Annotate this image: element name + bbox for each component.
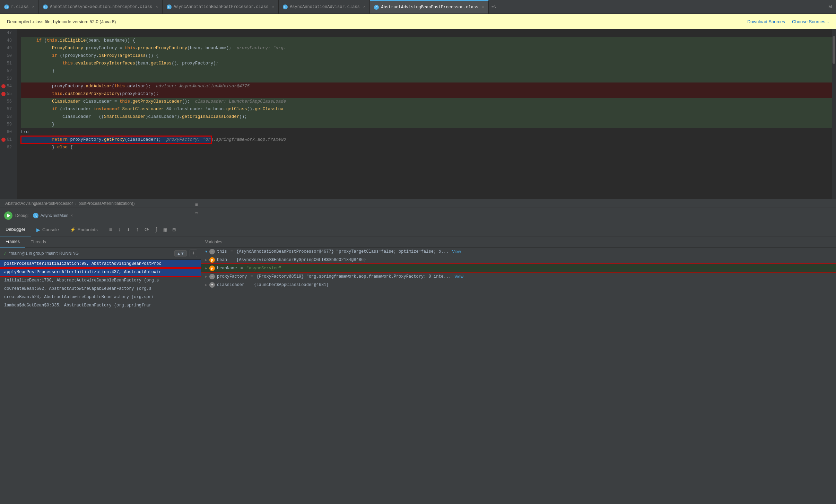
choose-sources-link[interactable]: Choose Sources... (792, 19, 829, 24)
step-over-btn[interactable]: ≡ (106, 225, 115, 234)
breadcrumb-class: AbstractAdvisingBeanPostProcessor (5, 201, 73, 206)
variable-beanname: ▶ p beanName = "asyncService" (201, 264, 836, 272)
tab-overflow[interactable]: ≡6 (489, 5, 499, 9)
gutter-57: 57 (0, 105, 15, 113)
debugger-toolbar: Debugger ▶ Console ⚡ Endpoints ≡ ↓ ⬇ ↑ ⟳… (0, 223, 836, 236)
var-expand-proxy[interactable]: ▶ (205, 275, 207, 279)
frame-item-2[interactable]: initializeBean:1790, AbstractAutowireCap… (0, 276, 201, 285)
tab-icon: C (374, 5, 379, 10)
view-proxy-link[interactable]: View (454, 274, 463, 279)
var-badge-classloader: = (209, 282, 215, 288)
editor-scrollbar[interactable] (832, 29, 836, 199)
gutter-59: 59 (0, 121, 15, 128)
tab-close[interactable]: × (482, 5, 484, 9)
frame-item-3[interactable]: doCreateBean:602, AbstractAutowireCapabl… (0, 285, 201, 293)
tab-async-bean[interactable]: C AsyncAnnotationBeanPostProcessor.class… (163, 0, 279, 14)
tab-icon: C (4, 5, 9, 9)
debug-session: A AsyncTestMain × (33, 213, 73, 218)
gutter-48: 48 (0, 37, 15, 44)
code-line-50: if (!proxyFactory.isProxyTargetClass()) … (21, 52, 836, 60)
frames-panel: Frames Threads ✓ "main"@1 in group "main… (0, 236, 201, 504)
code-line-51: this.evaluateProxyInterfaces(bean.getCla… (21, 60, 836, 67)
gutter-56: 56 (0, 98, 15, 105)
tab-close[interactable]: × (363, 5, 366, 9)
tab-label: AbstractAdvisingBeanPostProcessor.class (381, 5, 478, 10)
code-line-48: if (this.isEligible(bean, beanName)) { (21, 37, 836, 44)
variable-bean: ▶ p bean = {AsyncService$$EnhancerBySpri… (201, 256, 836, 264)
session-icon: A (33, 213, 38, 218)
code-line-54: proxyFactory.addAdvisor(this.advisor); a… (21, 82, 836, 90)
code-line-53 (21, 75, 836, 82)
var-expand-this[interactable]: ▼ (205, 250, 207, 254)
editor-area: 47 48 49 50 51 52 53 54 55 56 57 58 59 6… (0, 29, 836, 199)
breadcrumb-separator: › (75, 201, 76, 206)
frame-item-5[interactable]: lambda$doGetBean$0:335, AbstractBeanFact… (0, 301, 201, 310)
frame-item-1[interactable]: applyBeanPostProcessorsAfterInitializati… (0, 268, 201, 276)
code-line-55: this.customizeProxyFactory(proxyFactory)… (21, 90, 836, 98)
tab-annotation-async[interactable]: C AnnotationAsyncExecutionInterceptor.cl… (39, 0, 163, 14)
gutter-51: 51 (0, 60, 15, 67)
tab-async-advisor[interactable]: C AsyncAnnotationAdvisor.class × (279, 0, 370, 14)
tab-close[interactable]: × (32, 5, 34, 9)
breadcrumb-method: postProcessAfterInitialization() (78, 201, 134, 206)
var-expand-classloader[interactable]: ▶ (205, 283, 207, 287)
code-line-58: classLoader = ((SmartClassLoader)classLo… (21, 113, 836, 121)
restore-layout-btn[interactable]: ⊞ (169, 225, 178, 235)
frame-item-0[interactable]: postProcessAfterInitialization:99, Abstr… (0, 260, 201, 268)
var-expand-beanname[interactable]: ▶ (205, 266, 207, 270)
tab-label: r.class (11, 5, 28, 9)
frames-list: postProcessAfterInitialization:99, Abstr… (0, 260, 201, 310)
tab-icon: C (167, 5, 172, 9)
gutter-49: 49 (0, 44, 15, 52)
var-badge-bean: p (209, 257, 215, 263)
endpoints-tab[interactable]: ⚡ Endpoints (64, 223, 103, 236)
thread-status-icon: ✓ (3, 251, 6, 257)
code-line-56: ClassLoader classLoader = this.getProxyC… (21, 98, 836, 105)
line-numbers: 47 48 49 50 51 52 53 54 55 56 57 58 59 6… (0, 29, 17, 199)
variable-classloader: ▶ = classLoader = {Launcher$AppClassLoad… (201, 281, 836, 289)
notice-links: Download Sources Choose Sources... (747, 19, 829, 24)
notice-text: Decompiled .class file, bytecode version… (7, 19, 116, 24)
step-out-btn[interactable]: ↑ (133, 225, 142, 234)
tab-close[interactable]: × (272, 5, 275, 9)
tab-label: AsyncAnnotationBeanPostProcessor.class (174, 5, 269, 9)
frames-tab[interactable]: Frames (0, 236, 25, 247)
gutter-58: 58 (0, 113, 15, 121)
gutter-62: 62 (0, 144, 15, 151)
thread-dropdown[interactable]: ▲▼ (174, 250, 187, 257)
var-badge-this: = (209, 249, 215, 254)
threads-tab[interactable]: Threads (25, 236, 52, 247)
session-close-button[interactable]: × (70, 213, 73, 218)
step-down-btn[interactable]: ↓ (115, 225, 124, 234)
tab-menu-button[interactable]: M (824, 5, 836, 9)
add-frames-button[interactable]: + (190, 250, 197, 257)
download-sources-link[interactable]: Download Sources (747, 19, 785, 24)
view-this-link[interactable]: View (452, 249, 461, 254)
tab-label: AsyncAnnotationAdvisor.class (290, 5, 360, 9)
variables-panel: Variables ▼ = this = {AsyncAnnotationBea… (201, 236, 836, 504)
run-cursor-btn[interactable]: ⟳ (142, 225, 152, 235)
code-line-49: ProxyFactory proxyFactory = this.prepare… (21, 44, 836, 52)
tab-abstract-advising[interactable]: C AbstractAdvisingBeanPostProcessor.clas… (370, 0, 488, 14)
debugger-tab[interactable]: Debugger (0, 223, 31, 236)
debugger-content: Frames Threads ✓ "main"@1 in group "main… (0, 236, 836, 504)
var-expand-bean[interactable]: ▶ (205, 258, 207, 262)
gutter-50: 50 (0, 52, 15, 60)
code-content: if (this.isEligible(bean, beanName)) { P… (17, 29, 836, 199)
variables-header: Variables (201, 236, 836, 247)
gutter-55: 55 (0, 90, 15, 98)
session-name: AsyncTestMain (41, 213, 69, 218)
step-into-btn[interactable]: ⬇ (124, 225, 133, 235)
run-button[interactable] (4, 211, 12, 220)
console-tab[interactable]: ▶ Console (31, 223, 64, 236)
evaluate-btn[interactable]: ∫ (152, 225, 161, 234)
code-line-57: if (classLoader instanceof SmartClassLoa… (21, 105, 836, 113)
tab-r-class[interactable]: C r.class × (0, 0, 39, 14)
code-line-61: return proxyFactory.getProxy(classLoader… (21, 136, 211, 144)
var-badge-proxy: = (209, 274, 215, 279)
tab-close[interactable]: × (156, 5, 158, 9)
frame-item-4[interactable]: createBean:524, AbstractAutowireCapableB… (0, 293, 201, 301)
gutter-47: 47 (0, 29, 15, 37)
code-line-60: tru (21, 128, 836, 136)
frames-btn[interactable]: ▦ (161, 225, 170, 235)
